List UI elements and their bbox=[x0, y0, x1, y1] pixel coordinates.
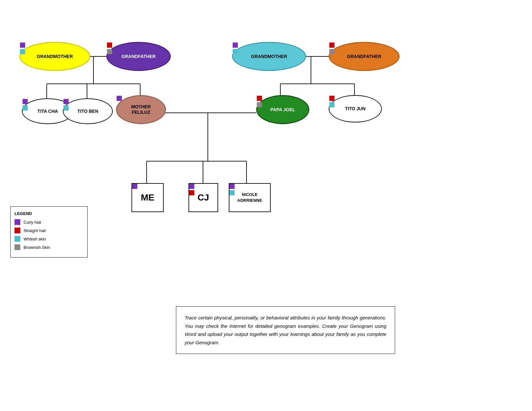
tito-ben-skin-marker bbox=[63, 105, 69, 111]
legend-whitish-label: Whitish skin bbox=[24, 237, 46, 241]
grandmother-left-label: GRANDMOTHER bbox=[37, 54, 73, 59]
grandfather-right-straight-marker bbox=[329, 43, 334, 48]
legend-item-whitish: Whitish skin bbox=[15, 236, 82, 242]
mother-feliluz-node: MOTHER FELILUZ bbox=[116, 95, 166, 124]
tita-cha-label: TITA CHA bbox=[37, 109, 58, 114]
grandmother-left-curly-marker bbox=[20, 43, 25, 48]
legend-item-straight: Straight hair bbox=[15, 228, 82, 233]
nicole-skin-marker bbox=[229, 190, 235, 195]
tita-cha-curly-marker bbox=[23, 99, 28, 104]
grandfather-left-label: GRANDFATHER bbox=[121, 54, 156, 59]
legend-item-curly: Curly hair bbox=[15, 219, 82, 225]
legend-straight-square bbox=[15, 228, 20, 233]
mother-feliluz-label: MOTHER FELILUZ bbox=[131, 104, 151, 115]
grandfather-left-skin-marker bbox=[107, 49, 112, 54]
tito-ben-node: TITO BEN bbox=[63, 98, 113, 124]
tito-jun-skin-marker bbox=[329, 102, 334, 107]
grandmother-right-skin-marker bbox=[233, 49, 238, 54]
legend-curly-square bbox=[15, 219, 20, 225]
description-text: Trace certain physical, personality, or … bbox=[185, 315, 386, 345]
cj-label: CJ bbox=[198, 192, 209, 203]
grandmother-left-node: GRANDMOTHER bbox=[19, 42, 90, 71]
grandmother-right-node: GRANDMOTHER bbox=[232, 42, 306, 71]
legend-straight-label: Straight hair bbox=[24, 228, 46, 233]
tito-ben-label: TITO BEN bbox=[77, 109, 98, 114]
grandfather-right-node: GRANDFATHER bbox=[329, 42, 400, 71]
legend-whitish-square bbox=[15, 236, 20, 242]
grandmother-right-curly-marker bbox=[233, 43, 238, 48]
legend-curly-label: Curly hair bbox=[24, 220, 42, 225]
description-box: Trace certain physical, personality, or … bbox=[176, 306, 395, 354]
grandmother-left-skin-marker bbox=[20, 49, 25, 54]
cj-curly-marker bbox=[189, 184, 194, 189]
genogram-container: GRANDMOTHER GRANDFATHER GRANDMOTHER GRAN… bbox=[0, 0, 532, 411]
legend-box: LEGEND Curly hair Straight hair Whitish … bbox=[10, 206, 88, 258]
papa-joel-node: PAPA JOEL bbox=[256, 95, 309, 124]
nicole-curly-marker bbox=[229, 184, 235, 189]
legend-title: LEGEND bbox=[15, 211, 82, 216]
nicole-node: NICOLE ADRRIENNE bbox=[229, 183, 271, 212]
me-curly-marker bbox=[132, 184, 137, 189]
nicole-label: NICOLE ADRRIENNE bbox=[237, 192, 262, 203]
tito-ben-curly-marker bbox=[63, 99, 69, 104]
cj-straight-marker bbox=[189, 190, 194, 195]
tito-jun-node: TITO JUN bbox=[329, 95, 382, 122]
grandmother-right-label: GRANDMOTHER bbox=[251, 54, 287, 59]
me-label: ME bbox=[141, 192, 154, 203]
grandfather-right-skin-marker bbox=[329, 49, 334, 54]
grandfather-right-label: GRANDFATHER bbox=[347, 54, 381, 59]
grandfather-left-straight-marker bbox=[107, 43, 112, 48]
legend-item-brownish: Brownish Skin bbox=[15, 244, 82, 250]
legend-brownish-square bbox=[15, 244, 20, 250]
mother-curly-marker bbox=[117, 96, 122, 101]
papa-joel-label: PAPA JOEL bbox=[270, 107, 295, 113]
papa-joel-straight-marker bbox=[257, 96, 262, 101]
tita-cha-skin-marker bbox=[23, 105, 28, 111]
tito-jun-straight-marker bbox=[329, 96, 334, 101]
grandfather-left-node: GRANDFATHER bbox=[106, 42, 171, 71]
papa-joel-skin-marker bbox=[257, 102, 262, 107]
tito-jun-label: TITO JUN bbox=[345, 106, 366, 112]
legend-brownish-label: Brownish Skin bbox=[24, 245, 50, 250]
